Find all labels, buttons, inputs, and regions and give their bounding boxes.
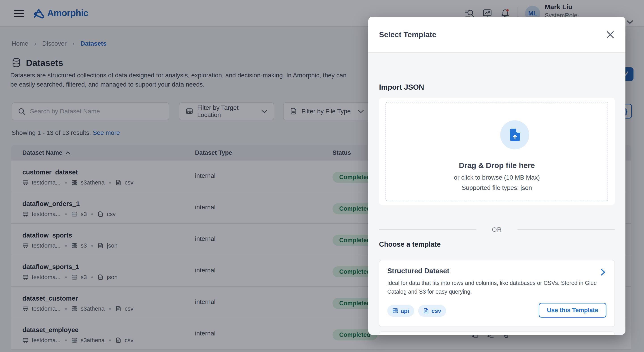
chevron-right-icon[interactable] [600, 268, 606, 276]
tag-label: api [401, 308, 409, 314]
use-this-template-button[interactable]: Use this Template [539, 303, 606, 318]
dropzone-subtitle: or click to browse (10 MB Max) [386, 174, 608, 181]
tag-chip-api: api [387, 305, 414, 317]
dropzone-filetypes: Supported file types: json [386, 184, 608, 192]
upload-card: Drag & Drop file here or click to browse… [379, 98, 615, 205]
select-template-modal: Select Template Import JSON Drag & Drop … [368, 17, 626, 335]
modal-title: Select Template [379, 30, 606, 39]
server-icon [392, 308, 398, 314]
or-divider: OR [379, 226, 615, 233]
tag-chip-csv: csv [418, 305, 446, 317]
dropzone[interactable]: Drag & Drop file here or click to browse… [386, 102, 608, 201]
file-icon [423, 308, 429, 314]
upload-circle [500, 120, 529, 150]
import-json-label: Import JSON [379, 83, 424, 92]
modal-header: Select Template [368, 17, 626, 53]
upload-file-icon [508, 128, 522, 142]
unstructured-dataset-card[interactable]: Unstructured Dataset For free-form data … [379, 332, 615, 335]
structured-dataset-card[interactable]: Structured Dataset Ideal for data that f… [379, 260, 615, 327]
tag-label: csv [432, 308, 441, 314]
or-text: OR [492, 226, 502, 233]
structured-dataset-description: Ideal for data that fits into rows and c… [387, 279, 597, 296]
choose-template-label: Choose a template [379, 240, 441, 248]
dropzone-title: Drag & Drop file here [386, 161, 608, 170]
close-icon[interactable] [606, 30, 615, 39]
structured-dataset-title: Structured Dataset [387, 267, 449, 275]
structured-tags: apicsv [387, 305, 446, 317]
